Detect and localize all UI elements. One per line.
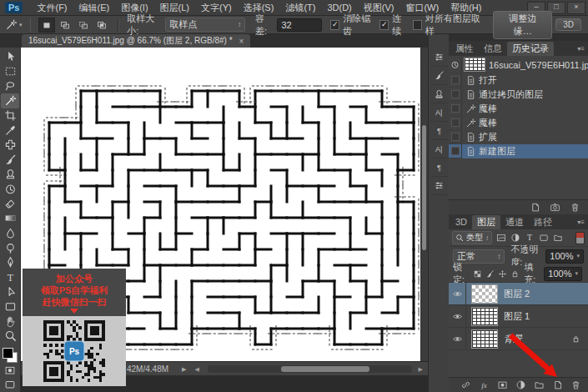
- tolerance-input[interactable]: [277, 18, 322, 32]
- lock-transparent-pixels-icon[interactable]: [473, 269, 482, 279]
- layer-row[interactable]: 图层 2: [449, 283, 588, 305]
- workspace-3d-button[interactable]: 3D: [555, 18, 581, 31]
- refine-edge-button[interactable]: 调整边缘…: [493, 11, 552, 39]
- history-source-well[interactable]: [449, 144, 462, 158]
- tab-图层[interactable]: 图层: [472, 215, 500, 229]
- history-brush-tool[interactable]: [1, 182, 19, 197]
- filter-pixel-layers-icon[interactable]: [496, 233, 506, 243]
- filter-shape-layers-icon[interactable]: [539, 233, 549, 243]
- menu-item-6[interactable]: 滤镜(T): [279, 0, 321, 15]
- layer-thumbnail[interactable]: [471, 329, 498, 349]
- history-state-row[interactable]: 通过拷贝的图层: [449, 88, 588, 102]
- clone-source-panel-icon[interactable]: [430, 85, 448, 103]
- layer-thumbnail[interactable]: [471, 307, 498, 326]
- horizontal-scrollbar-thumb[interactable]: [281, 366, 369, 372]
- vertical-scrollbar-thumb[interactable]: [422, 125, 426, 250]
- layer-row[interactable]: 背景: [449, 328, 588, 350]
- eyedropper-tool[interactable]: [1, 123, 19, 138]
- layer-visibility-toggle[interactable]: [449, 283, 466, 304]
- add-to-selection[interactable]: [57, 18, 73, 33]
- clone-stamp-tool[interactable]: [1, 167, 19, 182]
- history-snapshot-row[interactable]: 16sucai_V579E6H011.jpg: [449, 56, 588, 73]
- filter-smart-objects-icon[interactable]: [553, 233, 563, 243]
- active-tool-badge[interactable]: ▾: [5, 18, 23, 31]
- close-button[interactable]: ×: [567, 2, 585, 14]
- new-selection[interactable]: [38, 18, 55, 33]
- history-state-row[interactable]: 新建图层: [449, 144, 588, 158]
- layer-thumbnail[interactable]: [471, 284, 498, 304]
- scroll-left-icon[interactable]: ◀: [194, 366, 199, 373]
- adjustments-panel-icon[interactable]: [430, 48, 448, 67]
- character-panel-icon[interactable]: [430, 103, 448, 122]
- link-layers-button[interactable]: [460, 379, 471, 390]
- tab-属性[interactable]: 属性: [450, 42, 479, 56]
- new-group-button[interactable]: [534, 379, 545, 390]
- tab-历史记录[interactable]: 历史记录: [507, 42, 554, 56]
- layers-panel-menu-icon[interactable]: ▾≡: [577, 216, 585, 229]
- menu-item-4[interactable]: 文字(Y): [195, 0, 238, 15]
- foreground-color-swatch[interactable]: [3, 348, 13, 359]
- eraser-tool[interactable]: [1, 196, 19, 211]
- checkbox-1[interactable]: ✓连续: [379, 13, 408, 38]
- tool-presets-panel-icon[interactable]: [430, 177, 448, 195]
- dodge-tool[interactable]: [1, 240, 19, 255]
- sample-size-select[interactable]: 取样点 ↕: [165, 18, 245, 32]
- filter-type-layers-icon[interactable]: [525, 233, 535, 243]
- blur-tool[interactable]: [1, 226, 19, 241]
- layer-filter-select[interactable]: 类型 ↕: [452, 231, 492, 244]
- intersect-selection[interactable]: [93, 18, 110, 33]
- checkbox-0[interactable]: ✓消除锯齿: [330, 13, 374, 38]
- checkbox-box[interactable]: ✓: [330, 20, 339, 30]
- new-snapshot-button[interactable]: [550, 202, 560, 213]
- history-source-well[interactable]: [449, 88, 462, 102]
- horizontal-scrollbar[interactable]: [208, 365, 412, 373]
- lock-all-icon[interactable]: [510, 269, 520, 279]
- marquee-tool[interactable]: [1, 64, 19, 79]
- shape-tool[interactable]: [1, 299, 19, 314]
- brush-presets-panel-icon[interactable]: [430, 67, 448, 85]
- lock-image-pixels-icon[interactable]: [485, 269, 495, 279]
- delete-layer-button[interactable]: [570, 379, 581, 390]
- checkbox-box[interactable]: ✓: [379, 20, 389, 30]
- history-source-well[interactable]: [449, 102, 462, 116]
- history-source-well[interactable]: [449, 130, 462, 144]
- quick-mask-tool[interactable]: [1, 363, 19, 378]
- character-styles-panel-icon[interactable]: [430, 140, 448, 158]
- tab-3D[interactable]: 3D: [450, 215, 472, 229]
- tab-信息[interactable]: 信息: [479, 42, 507, 56]
- lock-position-icon[interactable]: [498, 269, 507, 279]
- color-swatches[interactable]: [3, 348, 18, 363]
- history-state-row[interactable]: 魔棒: [449, 116, 588, 130]
- magic-wand-tool[interactable]: [1, 93, 19, 108]
- crop-tool[interactable]: [1, 108, 19, 123]
- status-flyout-arrow-icon[interactable]: ▶: [182, 366, 186, 373]
- history-brush-source-well[interactable]: [449, 56, 462, 73]
- new-layer-button[interactable]: [552, 379, 563, 390]
- tab-通道[interactable]: 通道: [500, 215, 529, 229]
- history-state-row[interactable]: 扩展: [449, 130, 588, 144]
- history-source-well[interactable]: [449, 73, 462, 88]
- new-adjustment-layer-button[interactable]: [515, 379, 526, 390]
- delete-history-state-button[interactable]: [570, 202, 580, 213]
- hand-tool[interactable]: [1, 314, 19, 329]
- tab-路径[interactable]: 路径: [529, 215, 557, 229]
- subtract-from-selection[interactable]: [75, 18, 92, 33]
- checkbox-box[interactable]: [413, 20, 422, 30]
- vertical-scrollbar[interactable]: [420, 48, 428, 361]
- menu-item-0[interactable]: 文件(F): [31, 0, 73, 15]
- history-state-row[interactable]: 打开: [449, 73, 588, 88]
- pen-tool[interactable]: [1, 255, 19, 270]
- path-selection-tool[interactable]: [1, 284, 19, 299]
- zoom-tool[interactable]: [1, 329, 19, 344]
- screen-mode-tool[interactable]: [1, 377, 19, 392]
- layer-visibility-toggle[interactable]: [449, 328, 466, 349]
- opacity-input[interactable]: 100% ▾: [545, 249, 584, 264]
- fill-input[interactable]: 100% ▾: [544, 267, 582, 281]
- history-source-well[interactable]: [449, 116, 462, 130]
- paragraph-panel-icon[interactable]: [430, 122, 448, 140]
- checkbox-2[interactable]: 对所有图层取样: [413, 13, 481, 38]
- history-state-row[interactable]: 魔棒: [449, 102, 588, 116]
- add-layer-mask-button[interactable]: [497, 379, 508, 390]
- lasso-tool[interactable]: [1, 78, 19, 93]
- scroll-right-icon[interactable]: ▶: [419, 366, 423, 373]
